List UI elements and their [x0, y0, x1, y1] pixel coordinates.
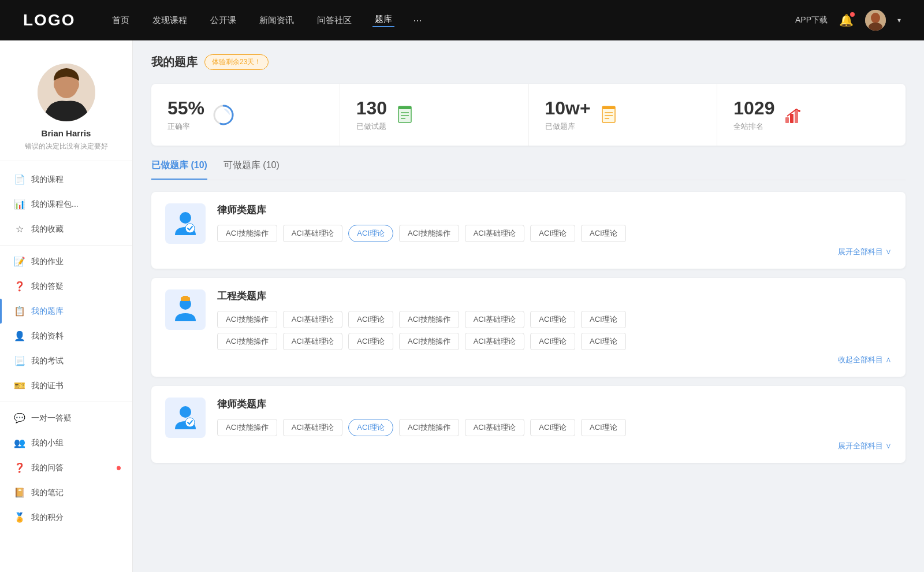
tag-1-3[interactable]: ACI理论: [348, 225, 393, 242]
done-questions-label: 已做试题: [356, 121, 387, 132]
tag-2-10[interactable]: ACI理论: [348, 333, 393, 350]
sidebar-item-question-bank[interactable]: 📋 我的题库: [0, 299, 132, 324]
sidebar-item-my-qa[interactable]: ❓ 我的问答: [0, 455, 132, 480]
tag-2-11[interactable]: ACI技能操作: [399, 333, 459, 350]
course-package-icon: 📊: [14, 199, 25, 210]
tag-2-8[interactable]: ACI技能操作: [217, 333, 277, 350]
certificate-label: 我的证书: [31, 381, 64, 391]
tag-2-5[interactable]: ACI基础理论: [465, 311, 525, 328]
stat-done-questions: 130 已做试题: [340, 84, 529, 146]
tag-2-4[interactable]: ACI技能操作: [399, 311, 459, 328]
nav-qbank[interactable]: 题库: [372, 14, 394, 27]
sidebar-profile: Brian Harris 错误的决定比没有决定要好: [0, 52, 132, 161]
homework-label: 我的作业: [31, 257, 64, 267]
svg-point-29: [185, 418, 195, 427]
page-title: 我的题库: [151, 54, 198, 70]
sidebar-item-my-courses[interactable]: 📄 我的课程: [0, 167, 132, 192]
profile-avatar: [38, 64, 95, 121]
points-label: 我的积分: [31, 512, 64, 523]
done-questions-value: 130: [356, 98, 387, 119]
notification-dot-qa: [117, 466, 121, 470]
tag-3-3[interactable]: ACI理论: [348, 419, 393, 436]
tag-2-12[interactable]: ACI基础理论: [465, 333, 525, 350]
courses-icon: 📄: [14, 174, 25, 185]
lawyer-bank-tags-2: ACI技能操作 ACI基础理论 ACI理论 ACI技能操作 ACI基础理论 AC…: [217, 419, 892, 436]
svg-point-1: [871, 13, 880, 23]
profile-icon: 👤: [14, 330, 25, 341]
page-header: 我的题库 体验剩余23天！: [151, 54, 906, 70]
tag-3-4[interactable]: ACI技能操作: [399, 419, 459, 436]
tag-2-3[interactable]: ACI理论: [348, 311, 393, 328]
nav-news[interactable]: 新闻资讯: [257, 15, 296, 26]
engineer-bank-tags-row2: ACI技能操作 ACI基础理论 ACI理论 ACI技能操作 ACI基础理论 AC…: [217, 333, 892, 350]
done-banks-label: 已做题库: [545, 121, 591, 132]
tag-2-13[interactable]: ACI理论: [530, 333, 575, 350]
tab-available-banks[interactable]: 可做题库 (10): [223, 159, 280, 180]
tag-1-2[interactable]: ACI基础理论: [283, 225, 343, 242]
tag-2-7[interactable]: ACI理论: [581, 311, 626, 328]
tag-2-6[interactable]: ACI理论: [530, 311, 575, 328]
tag-1-7[interactable]: ACI理论: [581, 225, 626, 242]
tag-1-1[interactable]: ACI技能操作: [217, 225, 277, 242]
tag-3-7[interactable]: ACI理论: [581, 419, 626, 436]
svg-point-28: [180, 406, 191, 418]
expand-all-3[interactable]: 展开全部科目 ∨: [217, 441, 892, 451]
qa-mine-label: 我的答疑: [31, 281, 64, 292]
svg-rect-27: [182, 296, 188, 298]
nav-more[interactable]: ···: [413, 14, 422, 27]
tag-3-6[interactable]: ACI理论: [530, 419, 575, 436]
sidebar-item-tutoring[interactable]: 💬 一对一答疑: [0, 406, 132, 430]
sidebar-item-certificate[interactable]: 🎫 我的证书: [0, 373, 132, 398]
lawyer-icon-1: [165, 203, 206, 244]
tag-2-1[interactable]: ACI技能操作: [217, 311, 277, 328]
tag-3-1[interactable]: ACI技能操作: [217, 419, 277, 436]
expand-all-1[interactable]: 展开全部科目 ∨: [217, 247, 892, 257]
tag-1-6[interactable]: ACI理论: [530, 225, 575, 242]
profile-motto: 错误的决定比没有决定要好: [25, 142, 108, 151]
sidebar-item-course-package[interactable]: 📊 我的课程包...: [0, 192, 132, 217]
trial-badge[interactable]: 体验剩余23天！: [204, 54, 269, 70]
tag-3-5[interactable]: ACI基础理论: [465, 419, 525, 436]
nav-qa[interactable]: 问答社区: [315, 15, 354, 26]
done-banks-value: 10w+: [545, 98, 591, 119]
collapse-all-2[interactable]: 收起全部科目 ∧: [217, 355, 892, 365]
logo: LOGO: [23, 11, 75, 29]
sidebar-item-notes[interactable]: 📔 我的笔记: [0, 480, 132, 505]
tag-1-5[interactable]: ACI基础理论: [465, 225, 525, 242]
question-bank-icon: 📋: [14, 306, 25, 317]
stat-accuracy: 55% 正确率: [151, 84, 340, 146]
lawyer-bank-tags-1: ACI技能操作 ACI基础理论 ACI理论 ACI技能操作 ACI基础理论 AC…: [217, 225, 892, 242]
nav-home[interactable]: 首页: [110, 15, 132, 26]
sidebar-item-points[interactable]: 🏅 我的积分: [0, 505, 132, 530]
lawyer-bank-title-2: 律师类题库: [217, 398, 892, 411]
sidebar-item-group[interactable]: 👥 我的小组: [0, 430, 132, 455]
tab-done-banks[interactable]: 已做题库 (10): [151, 159, 207, 180]
nav-courses[interactable]: 发现课程: [150, 15, 189, 26]
exam-label: 我的考试: [31, 356, 64, 366]
tag-2-9[interactable]: ACI基础理论: [283, 333, 343, 350]
nav-right: APP下载 🔔 ▾: [795, 10, 901, 31]
ranking-value: 1029: [733, 98, 774, 119]
sidebar-item-profile[interactable]: 👤 我的资料: [0, 324, 132, 348]
homework-icon: 📝: [14, 256, 25, 267]
notes-label: 我的笔记: [31, 488, 64, 498]
user-avatar[interactable]: [865, 10, 886, 31]
tag-2-14[interactable]: ACI理论: [581, 333, 626, 350]
tutoring-label: 一对一答疑: [31, 413, 72, 424]
notification-bell[interactable]: 🔔: [839, 13, 854, 27]
svg-rect-10: [398, 106, 411, 109]
user-menu-chevron[interactable]: ▾: [897, 16, 901, 24]
question-bank-tabs: 已做题库 (10) 可做题库 (10): [151, 159, 906, 180]
tag-2-2[interactable]: ACI基础理论: [283, 311, 343, 328]
qa-mine-icon: ❓: [14, 281, 25, 292]
sidebar-item-exam[interactable]: 📃 我的考试: [0, 348, 132, 373]
sidebar-item-qa-mine[interactable]: ❓ 我的答疑: [0, 274, 132, 299]
app-download-button[interactable]: APP下载: [795, 15, 828, 25]
tag-1-4[interactable]: ACI技能操作: [399, 225, 459, 242]
sidebar-item-homework[interactable]: 📝 我的作业: [0, 249, 132, 274]
notification-dot: [850, 12, 855, 17]
tag-3-2[interactable]: ACI基础理论: [283, 419, 343, 436]
nav-open-course[interactable]: 公开课: [208, 15, 239, 26]
my-qa-icon: ❓: [14, 462, 25, 473]
sidebar-item-favorites[interactable]: ☆ 我的收藏: [0, 217, 132, 242]
